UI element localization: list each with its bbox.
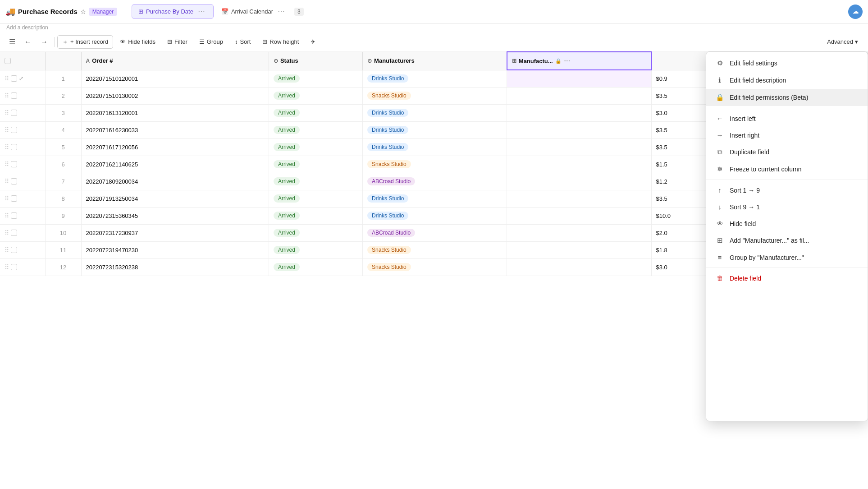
undo-button[interactable]: ← <box>21 36 35 48</box>
tab-calendar-icon: 📅 <box>221 8 228 15</box>
row-checkbox[interactable] <box>11 212 17 219</box>
drag-handle[interactable]: ⠿ <box>5 178 9 185</box>
manufacturer-badge: Snacks Studio <box>367 160 411 168</box>
menu-item-insert-left[interactable]: ← Insert left <box>706 110 868 127</box>
col-header-manufactu[interactable]: ⊞ Manufactu... 🔒 ⋯ <box>507 52 651 70</box>
menu-separator <box>706 108 868 108</box>
row-checkbox[interactable] <box>11 230 17 236</box>
filter-button[interactable]: ⊟ Filter <box>162 36 192 48</box>
tab-arrival-calendar[interactable]: 📅 Arrival Calendar ⋯ <box>215 4 293 19</box>
header-checkbox[interactable] <box>5 58 11 64</box>
row-manufacturer: Snacks Studio <box>363 241 507 258</box>
menu-item-add-as-filter[interactable]: ⊞ Add "Manufacturer..." as fil... <box>706 232 868 249</box>
row-num: 2 <box>45 87 81 104</box>
advanced-button[interactable]: Advanced ▾ <box>822 36 863 47</box>
row-status: Arrived <box>269 190 362 207</box>
menu-items: ⚙ Edit field settings ℹ Edit field descr… <box>706 55 868 286</box>
menu-separator <box>706 180 868 180</box>
menu-item-sort-desc[interactable]: ↓ Sort 9 → 1 <box>706 198 868 215</box>
hide-fields-button[interactable]: 👁 Hide fields <box>115 36 160 48</box>
drag-handle[interactable]: ⠿ <box>5 109 9 116</box>
app-name: Purchase Records <box>18 8 78 15</box>
status-badge: Arrived <box>274 126 300 134</box>
col-manufactu-type-icon: ⊞ <box>512 58 516 64</box>
redo-button[interactable]: → <box>37 36 51 48</box>
row-checkbox[interactable] <box>11 110 17 116</box>
app-title: 🚚 Purchase Records ☆ Manager <box>5 7 117 17</box>
row-checkbox[interactable] <box>11 178 17 185</box>
row-manufactu-extra <box>507 156 651 173</box>
row-manufactu-extra <box>507 258 651 276</box>
hide-fields-icon: 👁 <box>120 38 126 45</box>
row-order: 2022071809200034 <box>81 173 269 190</box>
drag-handle[interactable]: ⠿ <box>5 143 9 151</box>
tab-purchase-by-date[interactable]: ⊞ Purchase By Date ⋯ <box>132 4 214 19</box>
menu-item-delete-field[interactable]: 🗑 Delete field <box>706 270 868 286</box>
drag-handle[interactable]: ⠿ <box>5 195 9 202</box>
share-button[interactable]: ✈ <box>306 36 320 48</box>
manufacturer-badge: Drinks Studio <box>367 212 408 220</box>
col-header-order[interactable]: A Order # <box>81 52 269 70</box>
row-manufacturer: Drinks Studio <box>363 207 507 224</box>
manufacturer-badge: Snacks Studio <box>367 92 411 100</box>
status-badge: Arrived <box>274 212 300 220</box>
sidebar-toggle[interactable]: ☰ <box>5 36 19 48</box>
toolbar: ☰ ← → ＋ + Insert record 👁 Hide fields ⊟ … <box>0 32 868 51</box>
status-badge: Arrived <box>274 160 300 168</box>
row-checkbox[interactable] <box>11 92 17 99</box>
row-status: Arrived <box>269 70 362 87</box>
row-status: Arrived <box>269 173 362 190</box>
row-checkbox[interactable] <box>11 264 17 270</box>
group-button[interactable]: ☰ Group <box>194 36 228 48</box>
menu-separator <box>706 268 868 268</box>
drag-handle[interactable]: ⠿ <box>5 263 9 271</box>
drag-handle[interactable]: ⠿ <box>5 126 9 134</box>
col-manufactu-label: Manufactu... <box>519 58 553 65</box>
hide-fields-label: Hide fields <box>128 38 155 45</box>
col-header-manufacturers[interactable]: ⊙ Manufacturers <box>363 52 507 70</box>
drag-handle[interactable]: ⠿ <box>5 246 9 254</box>
drag-handle[interactable]: ⠿ <box>5 75 9 82</box>
star-icon[interactable]: ☆ <box>80 8 86 15</box>
expand-icon[interactable]: ⤢ <box>19 75 23 82</box>
duplicate-field-icon: ⧉ <box>715 148 724 156</box>
manufacturer-badge: Drinks Studio <box>367 143 408 151</box>
menu-item-duplicate-field[interactable]: ⧉ Duplicate field <box>706 143 868 161</box>
row-num: 11 <box>45 241 81 258</box>
insert-record-button[interactable]: ＋ + Insert record <box>57 35 113 49</box>
menu-item-hide-field[interactable]: 👁 Hide field <box>706 215 868 232</box>
row-manufactu-extra <box>507 207 651 224</box>
col-manufactu-dots[interactable]: ⋯ <box>564 57 570 65</box>
drag-handle[interactable]: ⠿ <box>5 92 9 99</box>
sort-button[interactable]: ↕ Sort <box>230 36 256 48</box>
menu-item-edit-field-permissions[interactable]: 🔒 Edit field permissions (Beta) <box>706 89 868 106</box>
menu-item-edit-field-description[interactable]: ℹ Edit field description <box>706 72 868 89</box>
hide-field-icon: 👁 <box>715 220 724 227</box>
row-checkbox[interactable] <box>11 144 17 150</box>
row-checkbox[interactable] <box>11 247 17 253</box>
drag-handle[interactable]: ⠿ <box>5 212 9 219</box>
tab-arrival-dots[interactable]: ⋯ <box>276 7 287 16</box>
row-checkbox[interactable] <box>11 195 17 202</box>
col-header-status[interactable]: ⊙ Status <box>269 52 362 70</box>
subtitle[interactable]: Add a description <box>0 23 868 32</box>
row-num: 5 <box>45 138 81 156</box>
menu-item-sort-asc[interactable]: ↑ Sort 1 → 9 <box>706 182 868 198</box>
menu-item-group-by[interactable]: ≡ Group by "Manufacturer..." <box>706 249 868 266</box>
row-checkbox[interactable] <box>11 161 17 167</box>
row-manufactu-extra <box>507 70 651 87</box>
insert-record-label: + Insert record <box>70 38 108 45</box>
menu-item-insert-right[interactable]: → Insert right <box>706 127 868 143</box>
menu-item-freeze-column[interactable]: ❄ Freeze to currtent column <box>706 161 868 178</box>
tab-purchase-dots[interactable]: ⋯ <box>196 7 207 16</box>
row-checkbox[interactable] <box>11 75 17 82</box>
add-as-filter-icon: ⊞ <box>715 236 724 244</box>
menu-item-edit-field-settings[interactable]: ⚙ Edit field settings <box>706 55 868 72</box>
edit-field-permissions-icon: 🔒 <box>715 93 724 101</box>
edit-field-settings-label: Edit field settings <box>730 60 777 67</box>
drag-handle[interactable]: ⠿ <box>5 161 9 168</box>
row-height-button[interactable]: ⊟ Row height <box>257 36 304 48</box>
row-checkbox[interactable] <box>11 127 17 133</box>
drag-handle[interactable]: ⠿ <box>5 229 9 236</box>
col-header-checkbox[interactable] <box>0 52 45 70</box>
